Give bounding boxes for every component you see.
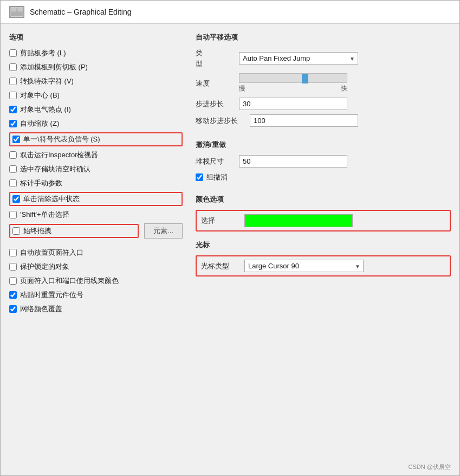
checkbox-label-3[interactable]: 转换特殊字符 (V) (20, 76, 74, 86)
cursor-section-title: 光标 (196, 240, 451, 250)
checkbox-item-6: 自动缩放 (Z) (9, 118, 183, 129)
checkbox-10[interactable] (9, 179, 17, 187)
group-undo-checkbox[interactable] (196, 173, 203, 181)
checkbox-label-15[interactable]: 保护锁定的对象 (20, 262, 69, 272)
window-title: Schematic – Graphical Editing (30, 8, 132, 16)
checkbox-label-7[interactable]: 单一\符号代表负信号 (S) (23, 134, 100, 144)
cursor-type-label: 光标类型 (201, 261, 239, 271)
left-section-title: 选项 (9, 33, 183, 42)
checkbox-label-14[interactable]: 自动放置页面符入口 (20, 248, 83, 258)
speed-fast-label: 快 (341, 84, 347, 93)
slider-labels: 慢 快 (239, 84, 347, 93)
checkbox-label-13[interactable]: 始终拖拽 (23, 226, 51, 236)
checkbox-item-10: 标计手动参数 (9, 178, 183, 189)
step-size-input[interactable]: 30 (239, 98, 347, 110)
color-select-label: 选择 (201, 216, 239, 226)
checkbox-label-5[interactable]: 对象电气热点 (I) (20, 105, 71, 114)
cursor-dropdown-wrap[interactable]: Large Cursor 90 Small Cursor 90 Small Cu… (244, 260, 364, 272)
checkbox-label-1[interactable]: 剪贴板参考 (L) (20, 48, 66, 58)
speed-slider-track[interactable] (239, 73, 347, 83)
watermark: CSDN @伏辰空 (1, 459, 459, 475)
checkbox-item-17: 粘贴时重置元件位号 (9, 290, 183, 300)
speed-label: 速度 (196, 79, 234, 88)
checkbox-label-2[interactable]: 添加模板到剪切板 (P) (20, 62, 88, 72)
step-size-label: 步进步长 (196, 99, 234, 109)
stack-size-row: 堆栈尺寸 50 (196, 155, 451, 168)
checkbox-4[interactable] (9, 92, 17, 99)
checkbox-item-15: 保护锁定的对象 (9, 261, 183, 272)
svg-rect-1 (11, 8, 17, 12)
checkbox-label-17[interactable]: 粘贴时重置元件位号 (20, 290, 83, 300)
checkbox-item-1: 剪贴板参考 (L) (9, 48, 183, 59)
checkbox-11[interactable] (12, 195, 20, 203)
color-swatch[interactable] (244, 214, 353, 227)
checkbox-6[interactable] (9, 120, 17, 127)
checkbox-label-11[interactable]: 单击清除选中状态 (23, 194, 80, 204)
checkbox-17[interactable] (9, 291, 17, 299)
checkbox-label-18[interactable]: 网络颜色覆盖 (20, 304, 62, 314)
checkbox-item-11-highlighted: 单击清除选中状态 (9, 192, 183, 206)
move-step-row: 移动步进步长 100 (196, 114, 451, 127)
checkbox-label-9[interactable]: 选中存储块清空时确认 (20, 164, 90, 174)
color-select-highlighted: 选择 (196, 210, 451, 231)
type-label-line2: 型 (196, 59, 234, 69)
checkbox-label-4[interactable]: 对象中心 (B) (20, 91, 60, 100)
slider-thumb[interactable] (302, 74, 308, 83)
checkbox-5[interactable] (9, 106, 17, 113)
stack-size-label: 堆栈尺寸 (196, 157, 234, 166)
checkbox-item-3: 转换特殊字符 (V) (9, 76, 183, 87)
checkbox-8[interactable] (9, 151, 17, 159)
undo-section: 撤消/重做 堆栈尺寸 50 组撤消 (196, 140, 451, 186)
checkbox-label-10[interactable]: 标计手动参数 (20, 178, 62, 188)
checkbox-label-12[interactable]: 'Shift'+单击选择 (20, 210, 69, 220)
auto-pan-title: 自动平移选项 (196, 33, 451, 42)
undo-title: 撤消/重做 (196, 140, 451, 150)
type-dropdown-wrap[interactable]: Auto Pan Fixed Jump Auto Pan ReCenter Ad… (239, 52, 358, 65)
checkbox-2[interactable] (9, 63, 17, 71)
checkbox-label-8[interactable]: 双击运行Inspector检视器 (20, 150, 98, 160)
checkbox-12[interactable] (9, 211, 17, 218)
speed-slow-label: 慢 (239, 84, 245, 93)
watermark-text: CSDN @伏辰空 (409, 464, 451, 470)
svg-rect-2 (17, 8, 23, 12)
checkbox-label-16[interactable]: 页面符入口和端口使用线束颜色 (20, 276, 119, 286)
checkbox-7[interactable] (12, 136, 20, 143)
auto-pan-section: 自动平移选项 类 型 Auto Pan Fixed Jump Auto Pan … (196, 33, 451, 131)
checkbox-13[interactable] (12, 227, 20, 235)
speed-row: 速度 慢 快 (196, 73, 451, 93)
checkbox-3[interactable] (9, 78, 17, 85)
cursor-type-select[interactable]: Large Cursor 90 Small Cursor 90 Small Cu… (244, 260, 364, 272)
checkbox-item-4: 对象中心 (B) (9, 90, 183, 101)
move-step-input[interactable]: 100 (250, 114, 358, 127)
speed-slider-wrap: 慢 快 (239, 73, 347, 93)
move-step-label: 移动步进步长 (196, 116, 244, 126)
auto-pan-type-select[interactable]: Auto Pan Fixed Jump Auto Pan ReCenter Ad… (239, 52, 358, 65)
slider-fill (239, 74, 304, 82)
checkbox-item-13-highlighted: 始终拖拽 (9, 224, 139, 238)
color-section: 颜色选项 选择 (196, 195, 451, 231)
group-undo-row: 组撤消 (196, 172, 451, 183)
checkbox-16[interactable] (9, 277, 17, 285)
checkbox-item-5: 对象电气热点 (I) (9, 104, 183, 115)
stack-size-input[interactable]: 50 (239, 155, 347, 168)
cursor-type-highlighted: 光标类型 Large Cursor 90 Small Cursor 90 Sma… (196, 255, 451, 276)
checkbox-item-7-highlighted: 单一\符号代表负信号 (S) (9, 132, 183, 146)
group-undo-label[interactable]: 组撤消 (206, 172, 228, 182)
cursor-section: 光标 光标类型 Large Cursor 90 Small Cursor 90 … (196, 240, 451, 276)
step-size-row: 步进步长 30 (196, 98, 451, 110)
elements-button[interactable]: 元素... (144, 223, 183, 239)
checkbox-18[interactable] (9, 305, 17, 313)
checkbox-9[interactable] (9, 165, 17, 173)
checkbox-label-6[interactable]: 自动缩放 (Z) (20, 119, 59, 128)
title-bar: Schematic – Graphical Editing (1, 1, 459, 24)
main-content: 选项 剪贴板参考 (L) 添加模板到剪切板 (P) 转换特殊字符 (V) 对象中… (1, 24, 459, 459)
checkbox-14[interactable] (9, 249, 17, 256)
checkbox-15[interactable] (9, 263, 17, 271)
cursor-type-row: 光标类型 Large Cursor 90 Small Cursor 90 Sma… (201, 260, 445, 272)
checkbox-item-16: 页面符入口和端口使用线束颜色 (9, 275, 183, 286)
color-section-title: 颜色选项 (196, 195, 451, 204)
checkbox-item-18: 网络颜色覆盖 (9, 304, 183, 314)
type-label-line1: 类 (196, 48, 234, 59)
app-icon (9, 6, 24, 18)
checkbox-1[interactable] (9, 49, 17, 57)
